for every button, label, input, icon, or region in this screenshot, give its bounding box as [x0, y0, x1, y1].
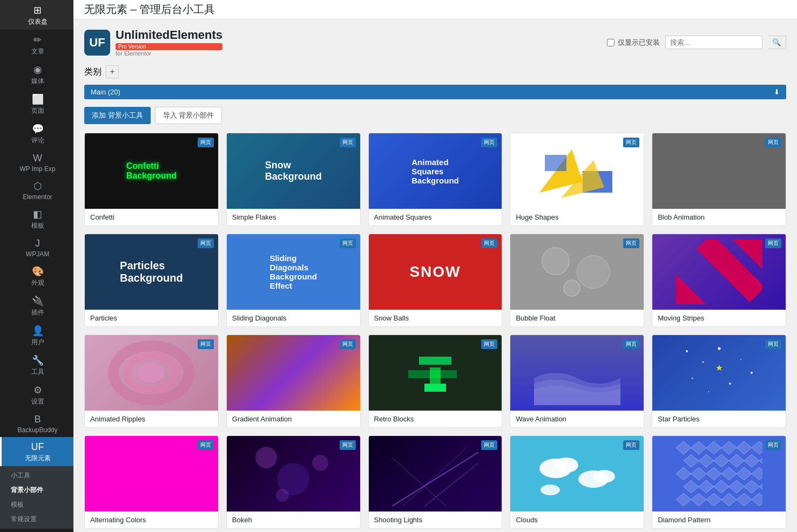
sidebar-item-elementor[interactable]: ⬡ Elementor — [0, 176, 73, 204]
sidebar-item-dashboard[interactable]: ⊞ 仪表盘 — [0, 0, 73, 30]
svg-marker-53 — [691, 467, 706, 480]
widget-thumb-moving-stripes: 网页 — [652, 234, 786, 310]
users-icon: 👤 — [32, 325, 44, 337]
svg-rect-17 — [430, 367, 441, 384]
widget-card-snow-balls[interactable]: SNOW网页Snow Balls — [368, 234, 503, 327]
badge-simple-flakes: 网页 — [340, 138, 356, 147]
widget-card-diamond-pattern[interactable]: 网页Diamond Pattern — [652, 435, 786, 529]
svg-marker-47 — [699, 454, 714, 467]
pages-icon: ⬜ — [32, 93, 44, 105]
badge-snow-balls: 网页 — [481, 238, 497, 248]
dashboard-icon: ⊞ — [33, 4, 42, 16]
sidebar-item-wpimp[interactable]: W WP Imp Exp — [0, 148, 73, 176]
widget-card-huge-shapes[interactable]: 网页Huge Shapes — [510, 133, 644, 226]
sidebar-item-media[interactable]: ◉ 媒体 — [0, 59, 73, 89]
widget-name-gradient-animation: Gradient Animation — [227, 411, 360, 427]
widget-card-alternating-colors[interactable]: 网页Alternating Colors — [84, 435, 219, 529]
sidebar-item-settings[interactable]: ⚙ 设置 — [0, 380, 73, 410]
sidebar-label: 媒体 — [31, 77, 44, 86]
ue-logo: UF UnlimitedElements Pro Version for Ele… — [84, 28, 222, 57]
sidebar-submenu-templates[interactable]: 模板 — [0, 497, 73, 512]
widget-name-huge-shapes: Huge Shapes — [510, 209, 644, 226]
svg-marker-69 — [752, 493, 762, 506]
sidebar: ⊞ 仪表盘 ✏ 文章 ◉ 媒体 ⬜ 页面 💬 评论 W WP Imp Exp ⬡… — [0, 0, 73, 532]
unlimited-icon: UF — [31, 441, 44, 453]
sidebar-item-pages[interactable]: ⬜ 页面 — [0, 89, 73, 119]
svg-marker-68 — [737, 493, 752, 506]
widget-thumb-diamond-pattern: 网页 — [652, 436, 786, 511]
svg-marker-64 — [676, 493, 691, 506]
widget-card-moving-stripes[interactable]: 网页Moving Stripes — [652, 234, 786, 327]
sidebar-item-backupbuddy[interactable]: B BackupBuddy — [0, 410, 73, 437]
widget-card-gradient-animation[interactable]: 网页Gradient Animation — [226, 335, 361, 428]
sidebar-label: 模板 — [31, 221, 44, 230]
sidebar-item-unlimited[interactable]: UF 无限元素 — [0, 437, 73, 466]
badge-bokeh: 网页 — [340, 440, 356, 450]
badge-sliding-diagonals: 网页 — [340, 238, 356, 248]
widget-name-retro-blocks: Retro Blocks — [369, 411, 502, 427]
import-widget-button[interactable]: 导入 背景小部件 — [155, 107, 222, 124]
search-button[interactable]: 🔍 — [768, 36, 786, 49]
svg-marker-49 — [729, 454, 744, 467]
widget-card-simple-flakes[interactable]: SnowBackground网页Simple Flakes — [226, 133, 361, 226]
widget-card-star-particles[interactable]: 网页Star Particles — [652, 335, 786, 428]
widget-card-wave-animation[interactable]: 网页Wave Animation — [510, 335, 644, 428]
widget-thumb-alternating-colors: 网页 — [85, 436, 218, 511]
widget-card-particles[interactable]: ParticlesBackground网页Particles — [84, 234, 219, 327]
widget-thumb-wave-animation: 网页 — [510, 335, 644, 411]
sidebar-item-users[interactable]: 👤 用户 — [0, 320, 73, 350]
svg-marker-46 — [684, 454, 699, 467]
sidebar-item-comments[interactable]: 💬 评论 — [0, 119, 73, 148]
widget-card-sliding-diagonals[interactable]: SlidingDiagonalsBackgroundEffect网页Slidin… — [226, 234, 361, 327]
svg-point-29 — [312, 455, 328, 471]
widget-card-confetti[interactable]: ConfettiBackground网页Confetti — [84, 133, 219, 226]
svg-marker-45 — [752, 441, 762, 454]
sidebar-submenu-backgrounds[interactable]: 背景小部件 — [0, 483, 73, 497]
widget-card-retro-blocks[interactable]: 网页Retro Blocks — [368, 335, 503, 428]
badge-gradient-animation: 网页 — [340, 339, 356, 349]
show-installed-checkbox[interactable] — [607, 39, 614, 46]
ue-logo-text: UnlimitedElements Pro Version for Elemen… — [116, 28, 222, 57]
svg-marker-60 — [714, 480, 729, 493]
widget-name-animated-squares: Animated Squares — [369, 209, 502, 226]
category-label: 类别 — [84, 66, 102, 78]
wpjam-icon: J — [35, 238, 40, 249]
widget-card-blob-animation[interactable]: 网页Blob Animation — [652, 133, 786, 226]
show-installed-label[interactable]: 仅显示已安装 — [607, 38, 660, 47]
widget-card-animated-ripples[interactable]: 网页Animated Ripples — [84, 335, 219, 428]
widget-thumb-retro-blocks: 网页 — [369, 335, 502, 411]
sidebar-item-tools[interactable]: 🔧 工具 — [0, 350, 73, 380]
svg-rect-14 — [419, 357, 451, 365]
widget-card-shooting-lights[interactable]: 网页Shooting Lights — [368, 435, 503, 529]
sidebar-item-posts[interactable]: ✏ 文章 — [0, 30, 73, 59]
tools-icon: 🔧 — [32, 354, 44, 366]
category-main[interactable]: Main (20) ⬇ — [84, 85, 786, 99]
widget-card-bokeh[interactable]: 网页Bokeh — [226, 435, 361, 529]
widget-card-clouds[interactable]: 网页Clouds — [510, 435, 644, 529]
search-input[interactable] — [665, 36, 762, 49]
sidebar-submenu-widgets[interactable]: 小工具 — [0, 468, 73, 483]
sidebar-item-plugins[interactable]: 🔌 插件 — [0, 291, 73, 320]
for-label: for Elementor — [116, 50, 222, 57]
settings-icon: ⚙ — [33, 384, 42, 396]
svg-marker-58 — [684, 480, 699, 493]
sidebar-label: 仪表盘 — [28, 17, 48, 26]
sidebar-label: 评论 — [31, 136, 44, 145]
sidebar-item-wpjam[interactable]: J WPJAM — [0, 234, 73, 261]
sidebar-item-appearance[interactable]: 🎨 外观 — [0, 261, 73, 291]
category-list: Main (20) ⬇ — [84, 85, 786, 99]
widget-thumb-bokeh: 网页 — [227, 436, 360, 511]
sidebar-submenu-general[interactable]: 常规设置 — [0, 512, 73, 527]
sidebar-item-templates[interactable]: ◧ 模板 — [0, 204, 73, 234]
category-add-button[interactable]: + — [106, 65, 119, 78]
templates-icon: ◧ — [33, 208, 42, 220]
widget-card-animated-squares[interactable]: AnimatedSquaresBackground网页Animated Squa… — [368, 133, 503, 226]
widget-thumb-huge-shapes: 网页 — [510, 133, 644, 209]
elementor-icon: ⬡ — [33, 180, 42, 192]
sidebar-label: 文章 — [31, 47, 44, 56]
svg-point-22 — [751, 372, 753, 374]
add-widget-button[interactable]: 添加 背景小工具 — [84, 107, 151, 124]
widget-name-moving-stripes: Moving Stripes — [652, 310, 786, 326]
widget-thumb-shooting-lights: 网页 — [369, 436, 502, 511]
widget-card-bubble-float[interactable]: 网页Bubble Float — [510, 234, 644, 327]
